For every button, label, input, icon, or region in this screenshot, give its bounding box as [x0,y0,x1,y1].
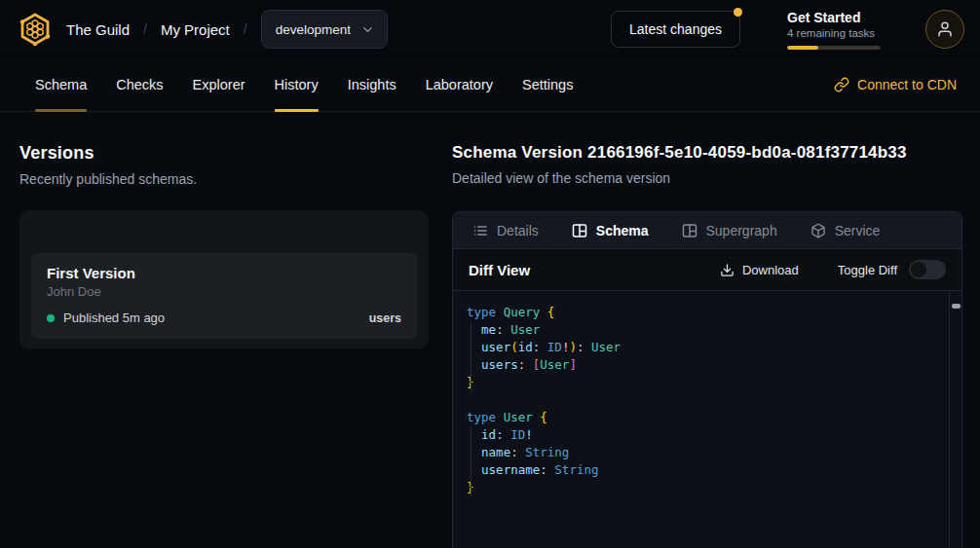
code-line: id: ID! [467,426,942,444]
toggle-diff-label: Toggle Diff [838,263,897,277]
code-line: } [467,374,942,391]
service-badge: users [369,311,401,325]
detail-tab-schema[interactable]: Schema [572,223,649,238]
code-scrollbar[interactable] [949,291,961,548]
hive-logo-icon[interactable] [16,10,55,49]
get-started-subtitle: 4 remaining tasks [787,27,881,39]
download-label: Download [742,263,799,277]
code-scrollbar-thumb[interactable] [952,304,961,309]
download-icon [720,263,735,277]
environment-selector[interactable]: development [261,10,388,49]
nav-tab-insights[interactable]: Insights [348,58,396,111]
breadcrumb: The Guild / My Project / [66,21,247,38]
code-line: type Query { [467,304,942,321]
active-tab-indicator [275,109,319,112]
code-line [467,391,942,409]
latest-changes-label: Latest changes [629,21,722,37]
nav-tab-history[interactable]: History [275,58,319,111]
toggle-diff-switch[interactable] [909,260,946,279]
code-line: users: [User] [467,356,942,374]
version-author: John Doe [47,284,401,299]
version-name: First Version [47,265,401,281]
versions-panel: Versions Recently published schemas. Fir… [0,112,452,348]
breadcrumb-separator: / [143,21,147,37]
code-line: type User { [467,409,942,426]
main-content: Versions Recently published schemas. Fir… [0,112,980,548]
columns-icon [682,223,697,238]
nav-tab-laboratory[interactable]: Laboratory [426,58,493,111]
connect-to-cdn-label: Connect to CDN [857,77,957,92]
top-header: The Guild / My Project / development Lat… [0,0,980,58]
chevron-down-icon [360,22,375,37]
get-started-progress-fill [787,46,818,50]
version-detail-box: DetailsSchemaSupergraphService Diff View… [452,211,962,548]
primary-nav-tabs: SchemaChecksExplorerHistoryInsightsLabor… [35,58,602,111]
detail-tab-details[interactable]: Details [472,223,539,238]
user-icon [936,20,954,38]
detail-tab-label: Service [835,223,881,238]
diff-view-title: Diff View [469,262,530,278]
dim-tab-indicator [35,109,87,112]
detail-tab-label: Schema [596,223,649,238]
diff-view-header: Diff View Download Toggle Diff [453,249,961,291]
link-icon [834,77,849,92]
schema-code-block: type Query { me: User user(id: ID!): Use… [453,291,961,548]
get-started-title: Get Started [787,10,881,25]
published-status-dot [47,314,55,322]
user-avatar-button[interactable] [925,10,964,49]
indent-guide [471,426,471,496]
version-detail-title: Schema Version 2166196f-5e10-4059-bd0a-0… [452,143,962,163]
get-started-widget[interactable]: Get Started 4 remaining tasks [787,10,881,50]
versions-list-card: First Version John Doe Published 5m ago … [19,210,429,348]
version-list-item[interactable]: First Version John Doe Published 5m ago … [31,253,417,339]
box-icon [810,223,826,238]
list-icon [472,223,488,238]
nav-tab-settings[interactable]: Settings [522,58,573,111]
latest-changes-button[interactable]: Latest changes [611,11,740,48]
primary-nav: SchemaChecksExplorerHistoryInsightsLabor… [0,58,980,112]
code-line: name: String [467,444,942,461]
version-status: Published 5m ago [63,311,369,325]
columns-icon [572,223,587,238]
version-detail-panel: Schema Version 2166196f-5e10-4059-bd0a-0… [452,112,980,548]
schema-sdl-code[interactable]: type Query { me: User user(id: ID!): Use… [467,304,942,496]
version-meta-row: Published 5m ago users [47,311,401,325]
toggle-diff-knob [911,262,926,277]
nav-tab-explorer[interactable]: Explorer [193,58,245,111]
connect-to-cdn-button[interactable]: Connect to CDN [834,58,957,111]
breadcrumb-separator: / [244,21,247,37]
notification-dot [734,8,742,17]
code-line: user(id: ID!): User [467,339,942,356]
breadcrumb-org[interactable]: The Guild [66,21,130,38]
version-detail-tabs: DetailsSchemaSupergraphService [453,212,961,249]
get-started-progress-track [787,46,881,50]
detail-tab-label: Details [497,223,539,238]
code-line: username: String [467,461,942,479]
code-line: me: User [467,321,942,339]
detail-tab-label: Supergraph [706,223,777,238]
versions-title: Versions [19,143,429,164]
breadcrumb-project[interactable]: My Project [161,21,230,38]
indent-guide [471,321,471,391]
version-detail-subtitle: Detailed view of the schema version [452,170,962,186]
environment-selector-value: development [276,22,351,37]
detail-tab-supergraph[interactable]: Supergraph [682,223,777,238]
nav-tab-schema[interactable]: Schema [35,58,87,111]
detail-tab-service[interactable]: Service [810,223,881,238]
nav-tab-checks[interactable]: Checks [116,58,163,111]
versions-subtitle: Recently published schemas. [19,171,429,187]
code-line: } [467,479,942,496]
download-button[interactable]: Download [720,263,799,277]
